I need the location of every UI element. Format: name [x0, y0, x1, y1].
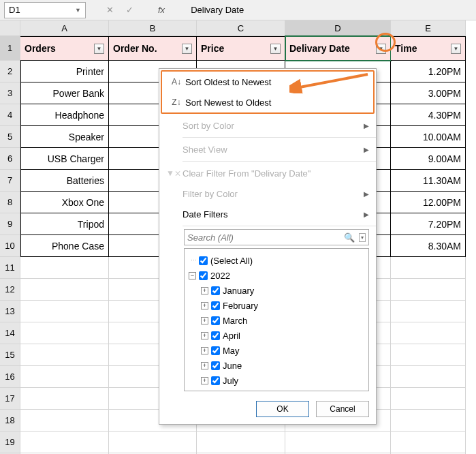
- row-header[interactable]: 9: [0, 213, 20, 235]
- expand-icon[interactable]: +: [201, 347, 208, 354]
- filter-search-input[interactable]: [187, 232, 344, 243]
- year-checkbox[interactable]: [199, 271, 208, 280]
- header-order-no[interactable]: Order No. ▼: [109, 36, 197, 61]
- row-header-1[interactable]: 1: [0, 36, 20, 61]
- cell-time[interactable]: 8.30AM: [391, 235, 466, 257]
- filter-button-orders[interactable]: ▼: [94, 44, 104, 54]
- header-delivery-date[interactable]: Delivary Date ▼: [285, 36, 391, 61]
- search-dropdown-icon[interactable]: ▾: [359, 233, 366, 242]
- expand-icon[interactable]: +: [201, 362, 208, 369]
- empty-cell[interactable]: [391, 366, 466, 388]
- empty-cell[interactable]: [391, 344, 466, 366]
- empty-cell[interactable]: [20, 301, 109, 322]
- expand-icon[interactable]: +: [201, 332, 208, 339]
- date-filters[interactable]: Date Filters ▶: [159, 204, 376, 224]
- empty-cell[interactable]: [197, 432, 285, 453]
- expand-icon[interactable]: +: [201, 302, 208, 309]
- header-time[interactable]: Time ▼: [391, 36, 466, 61]
- empty-cell[interactable]: [285, 432, 391, 453]
- select-all-corner[interactable]: [0, 20, 20, 36]
- row-header[interactable]: 19: [0, 432, 20, 453]
- name-box-dropdown-icon[interactable]: ▼: [75, 7, 81, 14]
- empty-cell[interactable]: [109, 432, 197, 453]
- month-checkbox[interactable]: [211, 361, 220, 370]
- cell-time[interactable]: 12.00PM: [391, 192, 466, 213]
- cell-time[interactable]: 10.00AM: [391, 126, 466, 148]
- name-box[interactable]: D1 ▼: [4, 2, 86, 18]
- expand-icon[interactable]: +: [201, 287, 208, 294]
- formula-bar-value[interactable]: Delivary Date: [191, 5, 244, 15]
- row-header[interactable]: 5: [0, 126, 20, 148]
- row-header[interactable]: 12: [0, 279, 20, 301]
- row-header[interactable]: 15: [0, 344, 20, 366]
- empty-cell[interactable]: [20, 432, 109, 453]
- cell-orders[interactable]: Phone Case: [20, 235, 109, 257]
- row-header[interactable]: 3: [0, 82, 20, 104]
- col-header-C[interactable]: C: [197, 20, 285, 36]
- empty-cell[interactable]: [20, 322, 109, 344]
- sort-newest-oldest[interactable]: Z↓ Sort Newest to Oldest: [162, 92, 373, 112]
- filter-values-tree[interactable]: ⋯ (Select All) − 2022 + January+ Februar…: [184, 248, 369, 391]
- cell-orders[interactable]: Printer: [20, 61, 109, 82]
- month-checkbox[interactable]: [211, 316, 220, 325]
- row-header[interactable]: 17: [0, 388, 20, 410]
- empty-cell[interactable]: [20, 279, 109, 301]
- header-price[interactable]: Price ▼: [197, 36, 285, 61]
- cell-orders[interactable]: Power Bank: [20, 82, 109, 104]
- empty-cell[interactable]: [391, 388, 466, 410]
- row-header[interactable]: 4: [0, 104, 20, 126]
- month-checkbox[interactable]: [211, 331, 220, 340]
- row-header[interactable]: 11: [0, 257, 20, 279]
- row-header[interactable]: 10: [0, 235, 20, 257]
- header-orders[interactable]: Orders ▼: [20, 36, 109, 61]
- empty-cell[interactable]: [391, 322, 466, 344]
- empty-cell[interactable]: [391, 432, 466, 453]
- col-header-E[interactable]: E: [391, 20, 466, 36]
- row-header[interactable]: 7: [0, 170, 20, 192]
- empty-cell[interactable]: [391, 257, 466, 279]
- filter-search-box[interactable]: 🔍 ▾: [184, 229, 369, 245]
- empty-cell[interactable]: [20, 344, 109, 366]
- row-header[interactable]: 2: [0, 61, 20, 82]
- cell-time[interactable]: 3.00PM: [391, 82, 466, 104]
- filter-button-time[interactable]: ▼: [451, 44, 461, 54]
- empty-cell[interactable]: [20, 366, 109, 388]
- row-header[interactable]: 8: [0, 192, 20, 213]
- sort-oldest-newest[interactable]: A↓ Sort Oldest to Newest: [162, 72, 373, 92]
- month-checkbox[interactable]: [211, 286, 220, 295]
- row-header[interactable]: 16: [0, 366, 20, 388]
- filter-button-delivery-date[interactable]: ▼: [376, 44, 386, 54]
- cell-orders[interactable]: Tripod: [20, 213, 109, 235]
- empty-cell[interactable]: [20, 257, 109, 279]
- empty-cell[interactable]: [20, 410, 109, 432]
- collapse-icon[interactable]: −: [189, 272, 196, 279]
- empty-cell[interactable]: [391, 301, 466, 322]
- cell-time[interactable]: 7.20PM: [391, 213, 466, 235]
- col-header-D[interactable]: D: [285, 20, 391, 36]
- cell-time[interactable]: 11.30AM: [391, 170, 466, 192]
- row-header[interactable]: 6: [0, 148, 20, 170]
- cell-orders[interactable]: Speaker: [20, 126, 109, 148]
- filter-button-price[interactable]: ▼: [270, 44, 281, 54]
- month-checkbox[interactable]: [211, 301, 220, 310]
- row-header[interactable]: 14: [0, 322, 20, 344]
- cell-time[interactable]: 1.20PM: [391, 61, 466, 82]
- cell-orders[interactable]: USB Charger: [20, 148, 109, 170]
- row-header[interactable]: 13: [0, 301, 20, 322]
- cell-time[interactable]: 9.00AM: [391, 148, 466, 170]
- empty-cell[interactable]: [20, 388, 109, 410]
- cancel-button[interactable]: Cancel: [316, 401, 369, 417]
- cell-orders[interactable]: Batteries: [20, 170, 109, 192]
- cell-orders[interactable]: Headphone: [20, 104, 109, 126]
- fx-icon[interactable]: fx: [158, 5, 165, 15]
- empty-cell[interactable]: [391, 279, 466, 301]
- col-header-A[interactable]: A: [20, 20, 109, 36]
- empty-cell[interactable]: [391, 410, 466, 432]
- cancel-icon[interactable]: ✕: [106, 5, 114, 15]
- cell-orders[interactable]: Xbox One: [20, 192, 109, 213]
- expand-icon[interactable]: +: [201, 377, 208, 384]
- enter-icon[interactable]: ✓: [126, 5, 133, 15]
- ok-button[interactable]: OK: [256, 401, 309, 417]
- col-header-B[interactable]: B: [109, 20, 197, 36]
- cell-time[interactable]: 4.30PM: [391, 104, 466, 126]
